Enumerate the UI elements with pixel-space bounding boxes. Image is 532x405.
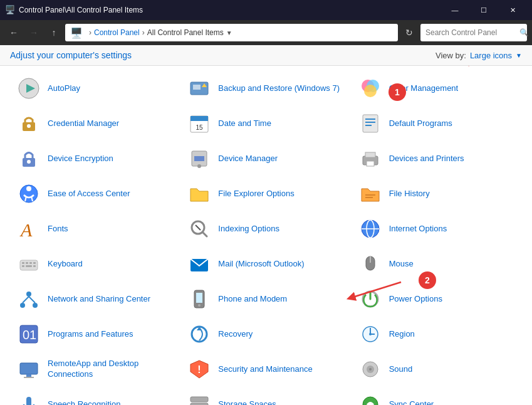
control-item[interactable]: Backup and Restore (Windows 7)	[180, 71, 351, 106]
svg-rect-19	[194, 156, 204, 161]
control-item[interactable]: Network and Sharing Center	[10, 281, 180, 317]
svg-line-49	[23, 297, 29, 303]
item-icon	[187, 251, 212, 276]
svg-line-31	[196, 225, 201, 230]
control-item[interactable]: File History	[352, 176, 522, 211]
svg-point-20	[197, 164, 201, 168]
item-icon	[16, 111, 41, 136]
svg-rect-22	[365, 152, 375, 157]
breadcrumb-current: All Control Panel Items	[147, 28, 224, 37]
control-item[interactable]: Speech Recognition	[10, 387, 180, 405]
item-icon	[16, 251, 41, 276]
item-icon	[187, 287, 212, 312]
control-item[interactable]: Phone and Modem	[180, 281, 351, 317]
control-item[interactable]: Device Encryption	[10, 141, 180, 176]
svg-rect-39	[33, 262, 36, 264]
window-controls: — ☐ ✕	[441, 0, 527, 20]
minimize-button[interactable]: —	[441, 0, 469, 20]
item-icon	[358, 251, 383, 276]
svg-rect-64	[26, 374, 31, 377]
svg-rect-14	[365, 122, 375, 123]
title-bar: 🖥️ Control Panel\All Control Panel Items…	[0, 0, 532, 20]
item-label: Mouse	[389, 259, 414, 270]
item-icon	[358, 322, 383, 347]
svg-rect-71	[26, 397, 31, 405]
control-item[interactable]: AFonts	[10, 211, 180, 246]
control-item[interactable]: AutoPlay	[10, 71, 180, 106]
item-label: Fonts	[48, 224, 68, 234]
search-icon[interactable]: 🔍	[519, 28, 529, 37]
close-button[interactable]: ✕	[498, 0, 527, 20]
item-label: Sync Center	[389, 399, 434, 405]
items-grid: AutoPlayBackup and Restore (Windows 7)Co…	[10, 71, 522, 405]
control-item[interactable]: Credential Manager	[10, 106, 180, 141]
control-item[interactable]: Region	[352, 317, 522, 352]
view-by-dropdown-icon[interactable]: ▼	[516, 52, 522, 59]
control-item[interactable]: Mouse	[352, 246, 522, 281]
item-icon	[187, 322, 212, 347]
control-item[interactable]: Internet Options	[352, 211, 522, 246]
svg-rect-65	[24, 377, 34, 378]
item-icon	[16, 392, 41, 405]
control-item[interactable]: Indexing Options	[180, 211, 351, 246]
control-item[interactable]: RemoteApp and Desktop Connections	[10, 352, 180, 387]
breadcrumb-control-panel[interactable]: Control Panel	[94, 28, 140, 37]
control-item[interactable]: Mail (Microsoft Outlook)	[180, 246, 351, 281]
control-item[interactable]: Sync Center	[352, 387, 522, 405]
svg-rect-15	[365, 125, 372, 126]
address-box[interactable]: 🖥️ › Control Panel › All Control Panel I…	[65, 24, 398, 41]
forward-button[interactable]: →	[25, 24, 43, 41]
svg-point-53	[198, 304, 201, 307]
back-button[interactable]: ←	[5, 24, 23, 41]
item-label: Keyboard	[48, 259, 83, 270]
up-button[interactable]: ↑	[45, 24, 63, 41]
item-icon	[187, 76, 212, 101]
control-item[interactable]: Device Manager	[180, 141, 351, 176]
control-item[interactable]: 15Date and Time	[180, 106, 351, 141]
item-label: Region	[389, 329, 415, 340]
svg-rect-23	[367, 161, 374, 166]
item-label: Ease of Access Center	[48, 189, 130, 199]
item-icon	[16, 181, 41, 206]
item-icon	[358, 216, 383, 241]
svg-rect-42	[33, 265, 36, 267]
search-input[interactable]	[425, 28, 519, 37]
item-label: Speech Recognition	[48, 399, 120, 405]
address-dropdown-arrow[interactable]: ▼	[226, 29, 232, 36]
control-item[interactable]: 01Programs and Features	[10, 317, 180, 352]
control-item[interactable]: !Security and Maintenance	[180, 352, 351, 387]
svg-rect-12	[363, 115, 378, 132]
control-item[interactable]: Default Programs	[352, 106, 522, 141]
svg-rect-10	[190, 116, 208, 121]
item-icon	[187, 146, 212, 171]
item-icon	[358, 357, 383, 382]
svg-text:01: 01	[23, 328, 36, 342]
title-bar-text: Control Panel\All Control Panel Items	[19, 6, 441, 14]
item-label: Security and Maintenance	[218, 364, 312, 375]
item-label: Programs and Features	[48, 329, 133, 340]
control-item[interactable]: Keyboard	[10, 246, 180, 281]
item-icon: A	[16, 216, 41, 241]
control-item[interactable]: Recovery	[180, 317, 351, 352]
item-label: Indexing Options	[218, 224, 279, 234]
view-by-value[interactable]: Large icons	[470, 51, 512, 60]
control-item[interactable]: Color Management	[352, 71, 522, 106]
control-item[interactable]: Storage Spaces	[180, 387, 351, 405]
items-area: AutoPlayBackup and Restore (Windows 7)Co…	[0, 66, 532, 405]
control-item[interactable]: File Explorer Options	[180, 176, 351, 211]
search-box[interactable]: 🔍	[420, 24, 527, 41]
svg-rect-37	[26, 262, 28, 264]
item-icon	[16, 76, 41, 101]
svg-point-25	[26, 186, 31, 191]
app-icon: 🖥️	[5, 5, 15, 15]
svg-point-70	[369, 368, 372, 371]
item-label: Backup and Restore (Windows 7)	[218, 83, 340, 94]
control-item[interactable]: Sound	[352, 352, 522, 387]
control-item[interactable]: Power Options	[352, 281, 522, 317]
control-item[interactable]: Ease of Access Center	[10, 176, 180, 211]
refresh-button[interactable]: ↻	[400, 24, 418, 41]
item-label: Power Options	[389, 294, 442, 305]
item-label: Phone and Modem	[218, 294, 287, 305]
maximize-button[interactable]: ☐	[469, 0, 498, 20]
control-item[interactable]: Devices and Printers	[352, 141, 522, 176]
